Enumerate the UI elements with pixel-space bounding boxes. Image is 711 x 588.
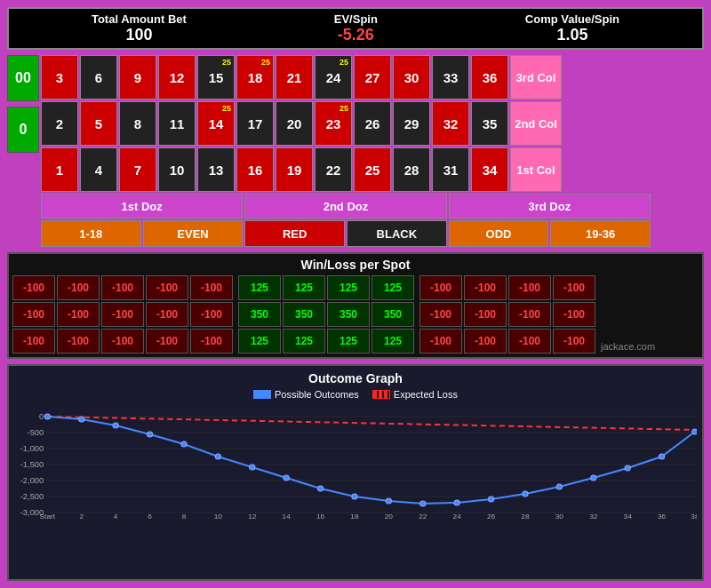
- num-7[interactable]: 7: [119, 147, 156, 192]
- num-19[interactable]: 19: [276, 147, 313, 192]
- bet-red[interactable]: RED: [244, 220, 345, 247]
- num-8[interactable]: 8: [119, 101, 156, 146]
- col-1st[interactable]: 1st Col: [510, 147, 562, 192]
- num-27[interactable]: 27: [354, 55, 391, 99]
- dozen-3rd[interactable]: 3rd Doz: [449, 194, 651, 219]
- wl-neg-r2c4[interactable]: -100: [146, 302, 188, 327]
- wl-neg-r1c3[interactable]: -100: [101, 275, 144, 300]
- bet-even[interactable]: EVEN: [143, 220, 244, 247]
- jackace-label: jackace.com: [601, 341, 655, 352]
- wl-pos-r3c1[interactable]: 125: [238, 329, 281, 354]
- wl-rneg-r2c2[interactable]: -100: [464, 302, 507, 327]
- num-22[interactable]: 22: [315, 147, 352, 192]
- svg-point-16: [44, 414, 50, 419]
- num-25[interactable]: 25: [354, 147, 391, 192]
- wl-neg-r3c4[interactable]: -100: [146, 329, 188, 354]
- num-29[interactable]: 29: [393, 101, 430, 146]
- num-21[interactable]: 21: [276, 55, 313, 99]
- wl-neg-r3c1[interactable]: -100: [12, 329, 55, 354]
- num-9[interactable]: 9: [119, 55, 156, 99]
- num-17[interactable]: 17: [236, 101, 274, 146]
- svg-text:2: 2: [79, 513, 84, 519]
- num-1[interactable]: 1: [41, 147, 78, 192]
- svg-text:6: 6: [148, 513, 152, 519]
- wl-neg-r2c3[interactable]: -100: [101, 302, 144, 327]
- svg-point-24: [317, 486, 323, 491]
- zero[interactable]: 0: [7, 107, 39, 153]
- num-15[interactable]: 1525: [197, 55, 235, 99]
- wl-rneg-r3c4[interactable]: -100: [553, 329, 595, 354]
- num-13[interactable]: 13: [197, 147, 235, 192]
- num-10[interactable]: 10: [158, 147, 196, 192]
- svg-text:4: 4: [114, 513, 118, 519]
- svg-text:0: 0: [39, 412, 44, 421]
- bet-odd[interactable]: ODD: [449, 220, 549, 247]
- dozen-1st[interactable]: 1st Doz: [41, 194, 243, 219]
- num-30[interactable]: 30: [393, 55, 430, 99]
- wl-rneg-r1c4[interactable]: -100: [553, 275, 595, 300]
- wl-rneg-r1c3[interactable]: -100: [508, 275, 551, 300]
- wl-pos-r2c3[interactable]: 350: [327, 302, 370, 327]
- wl-pos-r2c2[interactable]: 350: [283, 302, 325, 327]
- num-24[interactable]: 2425: [315, 55, 352, 99]
- wl-rneg-r3c3[interactable]: -100: [508, 329, 551, 354]
- number-row-3: 3 6 9 12 1525 1825 21 2425 27 30 33 36: [41, 55, 508, 99]
- wl-neg-r1c1[interactable]: -100: [12, 275, 55, 300]
- num-18[interactable]: 1825: [236, 55, 274, 99]
- wl-pos-r2c4[interactable]: 350: [371, 302, 414, 327]
- wl-rneg-r1c1[interactable]: -100: [419, 275, 462, 300]
- num-6[interactable]: 6: [80, 55, 117, 99]
- wl-neg-r3c2[interactable]: -100: [57, 329, 100, 354]
- wl-pos-r3c2[interactable]: 125: [283, 329, 325, 354]
- num-26[interactable]: 26: [354, 101, 391, 146]
- wl-rneg-r2c1[interactable]: -100: [419, 302, 462, 327]
- wl-rneg-r3c1[interactable]: -100: [419, 329, 462, 354]
- svg-text:-1,000: -1,000: [20, 444, 44, 453]
- col-2nd[interactable]: 2nd Col: [510, 101, 562, 146]
- bet-black[interactable]: BLACK: [347, 220, 447, 247]
- num-20[interactable]: 20: [276, 101, 313, 146]
- wl-neg-r3c3[interactable]: -100: [101, 329, 144, 354]
- wl-rneg-r2c3[interactable]: -100: [508, 302, 551, 327]
- wl-neg-r3c5[interactable]: -100: [190, 329, 233, 354]
- wl-neg-r1c2[interactable]: -100: [57, 275, 100, 300]
- num-3[interactable]: 3: [41, 55, 78, 99]
- bet-1-18[interactable]: 1-18: [41, 220, 141, 247]
- wl-pos-r1c3[interactable]: 125: [327, 275, 370, 300]
- num-35[interactable]: 35: [471, 101, 508, 146]
- col-3rd[interactable]: 3rd Col: [510, 55, 562, 99]
- ev-spin-block: EV/Spin -5.26: [334, 12, 378, 44]
- wl-rneg-r2c4[interactable]: -100: [553, 302, 595, 327]
- num-34[interactable]: 34: [471, 147, 508, 192]
- wl-rneg-r3c2[interactable]: -100: [464, 329, 507, 354]
- num-28[interactable]: 28: [393, 147, 430, 192]
- wl-neg-r1c5[interactable]: -100: [190, 275, 233, 300]
- double-zero[interactable]: 00: [7, 55, 39, 101]
- num-36[interactable]: 36: [471, 55, 508, 99]
- num-23[interactable]: 2325: [315, 101, 352, 146]
- num-14[interactable]: 1425: [197, 101, 235, 146]
- wl-rneg-r1c2[interactable]: -100: [464, 275, 507, 300]
- num-31[interactable]: 31: [432, 147, 469, 192]
- legend-possible: Possible Outcomes: [253, 389, 359, 400]
- num-11[interactable]: 11: [158, 101, 196, 146]
- wl-neg-r2c1[interactable]: -100: [12, 302, 55, 327]
- dozen-2nd[interactable]: 2nd Doz: [244, 194, 446, 219]
- wl-pos-r3c4[interactable]: 125: [371, 329, 414, 354]
- num-32[interactable]: 32: [432, 101, 469, 146]
- wl-neg-r2c5[interactable]: -100: [190, 302, 233, 327]
- wl-pos-r2c1[interactable]: 350: [238, 302, 281, 327]
- wl-pos-r1c4[interactable]: 125: [371, 275, 414, 300]
- wl-pos-r3c3[interactable]: 125: [327, 329, 370, 354]
- num-33[interactable]: 33: [432, 55, 469, 99]
- num-5[interactable]: 5: [80, 101, 117, 146]
- num-4[interactable]: 4: [80, 147, 117, 192]
- wl-neg-r2c2[interactable]: -100: [57, 302, 100, 327]
- wl-pos-r1c1[interactable]: 125: [238, 275, 281, 300]
- num-16[interactable]: 16: [236, 147, 274, 192]
- wl-pos-r1c2[interactable]: 125: [283, 275, 325, 300]
- num-2[interactable]: 2: [41, 101, 78, 146]
- wl-neg-r1c4[interactable]: -100: [146, 275, 188, 300]
- num-12[interactable]: 12: [158, 55, 196, 99]
- bet-19-36[interactable]: 19-36: [550, 220, 651, 247]
